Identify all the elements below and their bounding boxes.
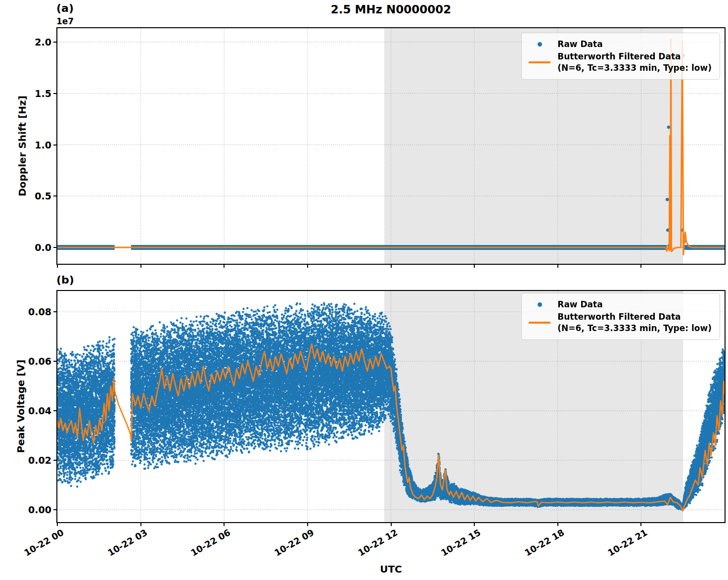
legend-box-voltage: Raw Data Butterworth Filtered Data(N=6, … <box>521 293 720 340</box>
raw-data-marker-icon <box>538 42 542 47</box>
x-tick <box>57 264 58 268</box>
x-tick-label: 10-22 21 <box>606 527 649 558</box>
y-tick <box>53 195 57 196</box>
legend-box-doppler: Raw Data Butterworth Filtered Data(N=6, … <box>521 33 720 80</box>
raw-data-marker-icon <box>538 302 542 307</box>
y-tick-label: 0.0 <box>0 242 51 253</box>
y-tick-label: 0.08 <box>0 306 51 317</box>
legend-raw-label: Raw Data <box>557 39 602 50</box>
y-tick <box>53 145 57 145</box>
y-tick <box>53 247 57 248</box>
y-tick <box>53 361 57 362</box>
x-tick <box>57 522 58 526</box>
legend-entry-filtered: Butterworth Filtered Data(N=6, Tc=3.3333… <box>528 51 712 74</box>
x-tick <box>224 522 225 526</box>
filtered-line-icon <box>529 61 550 63</box>
x-tick <box>391 264 392 268</box>
x-tick <box>474 522 475 526</box>
y-tick <box>53 410 57 411</box>
y-tick-label: 1.5 <box>0 88 51 99</box>
x-tick <box>391 522 392 526</box>
y-tick <box>53 311 57 312</box>
x-tick <box>307 522 308 526</box>
x-tick-label: 10-22 15 <box>439 527 482 558</box>
x-tick-label: 10-22 09 <box>273 527 316 558</box>
legend-filtered-line1: Butterworth Filtered Data <box>557 312 681 322</box>
filtered-line-icon <box>529 322 550 324</box>
figure: 2.5 MHz N0000002 (a) 1e7 Doppler Shift [… <box>0 0 728 580</box>
legend-handle <box>528 302 551 307</box>
legend-raw-label: Raw Data <box>557 299 602 310</box>
y-tick-label: 0.06 <box>0 356 51 367</box>
x-tick-label: 10-22 06 <box>189 527 232 558</box>
y-tick <box>53 460 57 461</box>
y-tick-label: 0.04 <box>0 405 51 416</box>
legend-handle <box>528 61 551 63</box>
legend-handle <box>528 322 551 324</box>
x-tick <box>224 264 225 268</box>
x-tick <box>557 522 558 526</box>
y-tick-label: 0.00 <box>0 504 51 515</box>
x-tick <box>140 264 141 268</box>
y-axis-offset-text: 1e7 <box>56 16 74 26</box>
legend-entry-raw: Raw Data <box>528 39 712 50</box>
y-tick <box>53 42 57 43</box>
x-tick-label: 10-22 18 <box>523 527 566 558</box>
y-tick-label: 1.0 <box>0 140 51 150</box>
x-tick <box>640 522 641 526</box>
x-tick-label: 10-22 00 <box>22 527 65 558</box>
legend-filtered-line2: (N=6, Tc=3.3333 min, Type: low) <box>557 323 712 333</box>
y-tick <box>53 93 57 94</box>
figure-title: 2.5 MHz N0000002 <box>57 3 725 16</box>
x-tick <box>140 522 141 526</box>
x-tick <box>474 264 475 268</box>
y-tick-label: 2.0 <box>0 37 51 48</box>
panel-label-b: (b) <box>56 274 74 286</box>
xlabel-utc: UTC <box>57 563 725 575</box>
x-tick <box>640 264 641 268</box>
legend-handle <box>528 42 551 47</box>
y-tick-label: 0.5 <box>0 191 51 201</box>
legend-filtered-line2: (N=6, Tc=3.3333 min, Type: low) <box>557 63 712 73</box>
y-tick <box>53 509 57 510</box>
x-tick <box>557 264 558 268</box>
legend-filtered-line1: Butterworth Filtered Data <box>557 51 681 61</box>
x-tick <box>307 264 308 268</box>
legend-filtered-label: Butterworth Filtered Data(N=6, Tc=3.3333… <box>557 311 712 334</box>
panel-label-a: (a) <box>56 2 74 14</box>
y-tick-label: 0.02 <box>0 455 51 466</box>
legend-entry-filtered: Butterworth Filtered Data(N=6, Tc=3.3333… <box>528 311 712 334</box>
legend-filtered-label: Butterworth Filtered Data(N=6, Tc=3.3333… <box>557 51 712 74</box>
legend-entry-raw: Raw Data <box>528 299 712 310</box>
x-tick-label: 10-22 03 <box>106 527 149 558</box>
x-tick-label: 10-22 12 <box>356 527 399 558</box>
